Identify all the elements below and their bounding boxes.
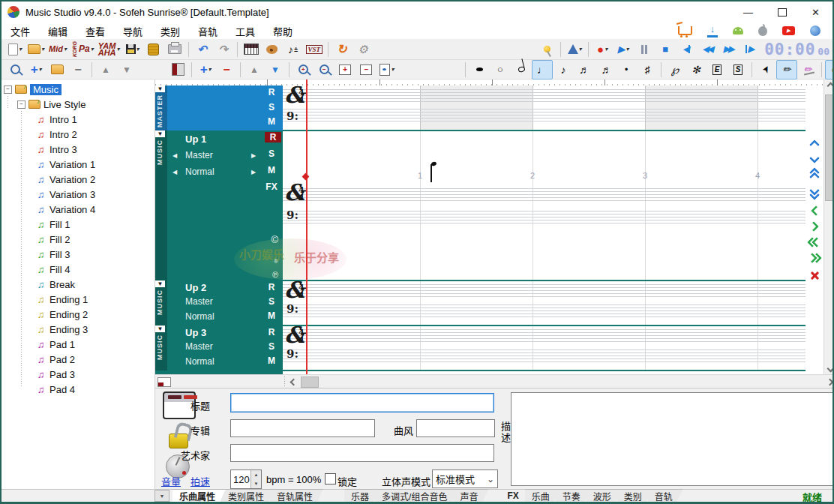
track-bus[interactable]: Master [185,341,213,352]
tree-item-variation-3[interactable]: ♫Variation 3 [2,187,154,202]
tree-item-intro-1[interactable]: ♫Intro 1 [2,112,154,127]
pause-button[interactable] [634,40,655,59]
tree-item-intro-3[interactable]: ♫Intro 3 [2,142,154,157]
track-bus[interactable]: Master [185,296,213,307]
mute-button[interactable]: M [264,310,279,321]
tree-root-music[interactable]: − Music [2,82,154,97]
nav-up-button[interactable] [807,136,822,150]
menu-view[interactable]: 查看 [76,24,114,38]
android-icon[interactable] [733,27,743,34]
track-mode[interactable]: Normal [185,311,214,322]
next-bus-arrow-icon[interactable]: ▶ [251,152,256,159]
add-category-button[interactable]: +▾ [26,60,46,80]
nav-left-button[interactable] [807,204,822,218]
tree-item-fill-4[interactable]: ♫Fill 4 [2,262,154,277]
undo-button[interactable]: ↶ [192,40,213,59]
snap-magnet-button[interactable]: C [825,60,834,80]
tree-item-intro-2[interactable]: ♫Intro 2 [2,127,154,142]
open-file-button[interactable]: ▾ [26,40,46,59]
album-input[interactable] [230,419,375,437]
menu-navigate[interactable]: 导航 [114,24,152,38]
mute-button[interactable]: M [264,165,279,176]
add-track-button[interactable]: +▾ [195,60,216,80]
stop-button[interactable]: ■ [655,40,676,59]
website-globe-icon[interactable] [810,26,820,36]
tab-list-dropdown-button[interactable]: ▼ [154,490,170,502]
scroll-down-button[interactable] [824,362,834,374]
move-down-button[interactable]: ▼ [116,60,137,80]
step-forward-button[interactable]: ▶ [739,40,760,59]
track-panel-button[interactable] [167,60,188,80]
pedal-button[interactable]: ℘ [664,60,686,80]
youtube-icon[interactable]: ▶ [782,26,795,35]
maximize-button[interactable] [765,2,799,22]
microphone-button[interactable] [536,40,557,59]
move-up-button[interactable]: ▲ [95,60,116,80]
volume-link[interactable]: 音量 [161,474,181,488]
tree-item-variation-4[interactable]: ♫Variation 4 [2,202,154,217]
step-back-button[interactable]: ◀ [676,40,697,59]
rewind-button[interactable]: ◀◀ [697,40,718,59]
refresh-button[interactable]: ↻ [332,40,352,59]
stereo-mode-select[interactable]: 标准模式 ⌄ [432,470,498,488]
mute-button[interactable]: M [264,356,279,366]
genre-input[interactable] [416,419,495,437]
whole-note-button[interactable]: ○ [490,60,511,80]
nav-page-up-button[interactable] [807,168,822,182]
scroll-up-button[interactable] [824,80,834,92]
play-button[interactable]: ▶▾ [613,40,634,59]
close-button[interactable]: ✕ [799,2,832,22]
yamaha-button[interactable]: YAMAHA▾ [96,40,122,59]
playhead-line[interactable] [306,80,308,374]
eraser-tool-button[interactable]: ✏ [797,60,818,80]
track-mode[interactable]: Normal [185,356,214,367]
tree-item-pad-2[interactable]: ♫Pad 2 [2,352,154,367]
tree-item-break[interactable]: ♫Break [2,277,154,292]
zoom-out-button[interactable]: − [314,60,334,80]
lock-checkbox[interactable] [325,473,336,484]
menu-file[interactable]: 文件 [2,24,39,38]
nav-end-button[interactable] [807,251,822,265]
tree-item-ending-3[interactable]: ♫Ending 3 [2,322,154,337]
scrollbar-thumb[interactable] [301,376,319,388]
timeline-ruler[interactable] [155,80,834,86]
database-export-button[interactable] [143,40,164,59]
thirtysecond-note-button[interactable]: ♬ [595,60,616,80]
solo-button[interactable]: S [264,296,279,307]
select-tool-button[interactable]: ➤ [755,60,776,80]
tab-rhythm[interactable]: 节奏 [556,489,591,502]
fx-button[interactable]: FX [264,182,279,192]
tab-waveform[interactable]: 波形 [586,489,622,502]
title-input[interactable] [230,393,494,412]
search-button[interactable] [4,60,26,80]
master-mute-button[interactable]: M [264,116,279,127]
master-solo-button[interactable]: S [264,102,279,112]
master-track-header[interactable]: MASTER ▼ R S M [155,86,283,130]
tab-track-properties[interactable]: 音轨属性 [270,489,323,502]
vertical-scrollbar[interactable] [824,80,834,374]
menu-track[interactable]: 音轨 [189,24,226,38]
fast-forward-button[interactable]: ▶▶ [718,40,739,59]
remove-track-button[interactable]: − [216,60,237,80]
artist-input[interactable] [230,444,494,462]
tree-item-ending-1[interactable]: ♫Ending 1 [2,292,154,307]
tab-category[interactable]: 类别 [617,489,652,502]
tree-item-pad-1[interactable]: ♫Pad 1 [2,337,154,352]
track-bus[interactable]: Master [185,150,213,160]
tab-song-properties[interactable]: 乐曲属性 [172,489,226,502]
track-header-up2[interactable]: MUSIC ▼ Up 2 Master Normal R S M [155,280,283,326]
record-button[interactable]: ●▾ [592,40,613,59]
tree-item-variation-1[interactable]: ♫Variation 1 [2,157,154,172]
menu-help[interactable]: 帮助 [264,24,302,38]
unlock-icon[interactable] [169,434,188,448]
record-arm-button[interactable]: R [264,327,279,338]
quarter-note-button[interactable]: ♩ [532,60,553,80]
collapse-track-icon[interactable]: ▼ [155,326,165,332]
collapse-track-icon[interactable]: ▼ [155,86,165,92]
print-button[interactable] [164,40,185,59]
collapse-track-icon[interactable]: ▼ [155,280,165,287]
delete-selection-button[interactable] [807,268,822,282]
minimize-button[interactable]: — [731,2,765,22]
record-arm-button[interactable]: R [264,282,279,292]
tempo-spinner[interactable]: 120 ▲ ▼ [230,470,262,489]
